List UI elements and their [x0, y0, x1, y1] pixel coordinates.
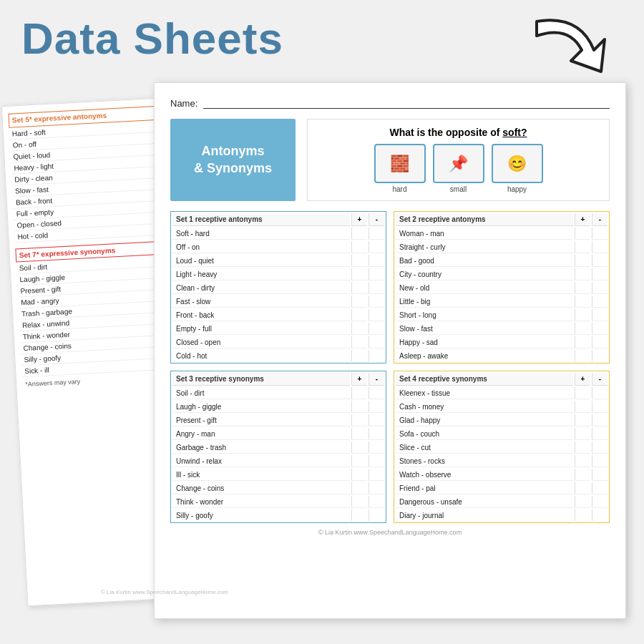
table-row: Silly - goofy [172, 509, 350, 521]
table-row: Empty - full [172, 323, 350, 335]
table-row: Think - wonder [172, 496, 350, 508]
table-row: Woman - man [396, 228, 573, 240]
set1-header: Set 1 receptive antonyms [172, 213, 350, 226]
table-row: Angry - man [172, 428, 350, 440]
footer-text: © Lia Kurtin www.SpeechandLanguageHome.c… [170, 529, 610, 536]
page-title: Data Sheets [21, 13, 283, 64]
table-row: Dangerous - unsafe [396, 496, 573, 508]
set2-plus-header: + [575, 213, 590, 226]
small-label: small [450, 185, 467, 193]
table-row: Straight - curly [396, 241, 573, 253]
hard-image: 🧱 [374, 144, 426, 183]
set1-table: Set 1 receptive antonyms + - Soft - hard… [170, 211, 386, 364]
set2-table: Set 2 receptive antonyms + - Woman - man… [394, 211, 610, 364]
table-row: Light - heavy [172, 268, 350, 280]
table-row: Change - coins [172, 482, 350, 494]
table-row: Slice - cut [396, 441, 573, 454]
name-label: Name: [170, 98, 197, 109]
question-box: What is the opposite of soft? 🧱 hard 📌 s… [307, 119, 610, 201]
hard-label: hard [392, 185, 406, 193]
set1-plus-header: + [351, 213, 367, 226]
set3-plus-header: + [351, 373, 367, 386]
set2-header: Set 2 receptive antonyms [396, 213, 573, 226]
table-row: Unwind - relax [172, 455, 350, 467]
set4-table: Set 4 receptive synonyms + - Kleenex - t… [394, 371, 610, 523]
table-row: Little - big [396, 296, 573, 308]
table-row: City - country [396, 268, 573, 280]
main-sheet: Name: Antonyms & Synonyms What is the op… [154, 82, 626, 619]
table-row: Laugh - giggle [172, 401, 350, 413]
table-row: Kleenex - tissue [396, 387, 573, 399]
table-row: Diary - journal [396, 509, 573, 521]
table-row: New - old [396, 282, 573, 294]
table-row: Asleep - awake [396, 350, 573, 361]
img-card-happy: 😊 happy [492, 144, 543, 193]
set3-minus-header: - [369, 373, 384, 386]
table-row: Cold - hot [172, 350, 350, 361]
set2-minus-header: - [592, 213, 608, 226]
table-row: Garbage - trash [172, 441, 350, 454]
table-row: Present - gift [172, 414, 350, 426]
back-sheet-footer: © Lia Kurtin www.SpeechandLanguageHome.c… [93, 589, 236, 595]
set1-minus-header: - [369, 213, 384, 226]
img-card-small: 📌 small [433, 144, 484, 193]
table-row: Happy - sad [396, 336, 573, 348]
table-row: Soft - hard [172, 228, 350, 240]
table-row: Fast - slow [172, 296, 350, 308]
table-row: Bad - good [396, 255, 573, 267]
table-row: Friend - pal [396, 482, 573, 494]
table-row: Closed - open [172, 336, 350, 348]
table-row: Front - back [172, 309, 350, 321]
table-row: Glad - happy [396, 414, 573, 426]
table-row: Sofa - couch [396, 428, 573, 440]
small-image: 📌 [433, 144, 484, 183]
set3-table: Set 3 receptive synonyms + - Soil - dirt… [170, 371, 386, 523]
question-text: What is the opposite of soft? [316, 127, 600, 138]
antonyms-title: Antonyms & Synonyms [170, 119, 296, 201]
table-row: Watch - observe [396, 469, 573, 481]
table-row: Off - on [172, 241, 350, 253]
happy-image: 😊 [492, 144, 543, 183]
set3-header: Set 3 receptive synonyms [172, 373, 350, 386]
table-row: Cash - money [396, 401, 573, 413]
table-row: Ill - sick [172, 469, 350, 481]
tables-grid: Set 1 receptive antonyms + - Soft - hard… [170, 211, 610, 523]
table-row: Soil - dirt [172, 387, 350, 399]
image-row: 🧱 hard 📌 small 😊 happy [316, 144, 600, 193]
set4-minus-header: - [592, 373, 608, 386]
name-line: Name: [170, 97, 610, 109]
name-underline [203, 97, 610, 109]
table-row: Loud - quiet [172, 255, 350, 267]
table-row: Short - long [396, 309, 573, 321]
img-card-hard: 🧱 hard [374, 144, 426, 193]
table-row: Clean - dirty [172, 282, 350, 294]
table-row: Slow - fast [396, 323, 573, 335]
happy-label: happy [507, 185, 527, 193]
sheet-top: Antonyms & Synonyms What is the opposite… [170, 119, 610, 201]
set4-header: Set 4 receptive synonyms [396, 373, 573, 386]
set4-plus-header: + [575, 373, 590, 386]
table-row: Stones - rocks [396, 455, 573, 467]
